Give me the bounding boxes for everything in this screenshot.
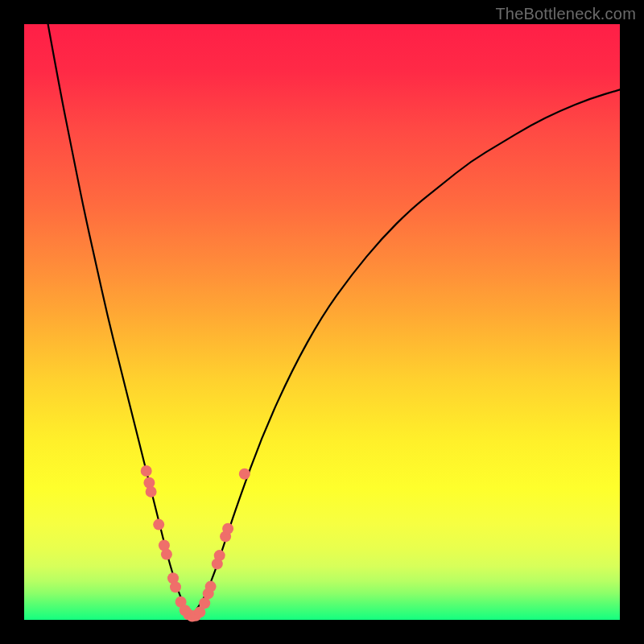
data-point	[146, 486, 157, 497]
data-point	[239, 469, 250, 480]
chart-frame: TheBottleneck.com	[0, 0, 644, 644]
watermark-text: TheBottleneck.com	[495, 5, 636, 23]
curve-layer	[24, 24, 620, 620]
data-point	[199, 597, 210, 609]
data-point	[170, 581, 181, 592]
data-point	[161, 549, 172, 560]
bottleneck-curve	[48, 24, 620, 617]
plot-area	[24, 24, 620, 620]
data-point	[205, 581, 217, 592]
data-point	[141, 465, 152, 477]
data-point	[222, 523, 233, 535]
data-point	[214, 550, 225, 561]
data-point	[153, 519, 164, 530]
scatter-points	[141, 465, 250, 622]
